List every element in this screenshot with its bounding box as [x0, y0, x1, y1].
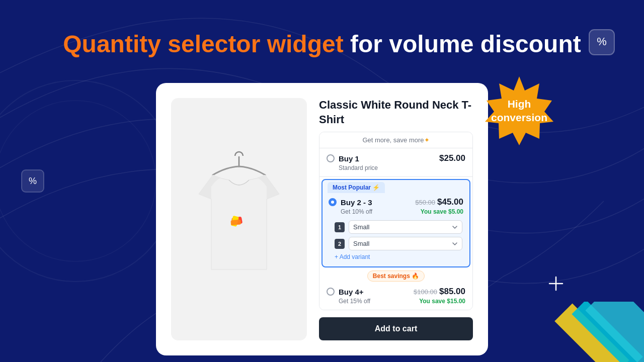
- buy4-label: Buy 4+: [339, 288, 364, 296]
- buy4-price: $100.00$85.00: [414, 287, 465, 297]
- sparkle-icon: ✦: [424, 136, 430, 144]
- best-savings-badge: Best savings 🔥: [367, 270, 425, 282]
- buy4-sub-label: Get 15% off: [339, 298, 370, 305]
- main-product-card: Classic White Round Neck T-Shirt Get mor…: [156, 83, 488, 355]
- svg-text:%: %: [597, 35, 607, 48]
- discount-widget: Get more, save more✦ Buy 1 $25.00 Standa…: [319, 132, 473, 310]
- add-to-cart-button[interactable]: Add to cart: [319, 317, 473, 340]
- buy1-label: Buy 1: [339, 154, 359, 163]
- buy4-original-price: $100.00: [414, 288, 437, 296]
- buy1-sub-label: Standard price: [339, 164, 378, 171]
- buy2-3-option[interactable]: Buy 2 - 3 $50.00$45.00 Get 10% off You s…: [323, 193, 469, 217]
- variant-select-1[interactable]: Small Medium Large: [349, 220, 462, 234]
- product-image: [184, 149, 294, 290]
- high-conversion-badge: High conversion: [483, 74, 556, 149]
- product-image-container: [171, 98, 307, 340]
- variant-row-2: 2 Small Medium Large: [335, 237, 462, 250]
- widget-header: Get more, save more✦: [319, 132, 472, 148]
- buy1-radio[interactable]: [327, 154, 335, 162]
- variants-container: 1 Small Medium Large 2 Small Medium Larg…: [323, 217, 469, 266]
- buy2-3-sub-label: Get 10% off: [341, 208, 372, 215]
- svg-rect-12: [230, 220, 241, 226]
- buy2-3-radio[interactable]: [329, 198, 337, 206]
- bottom-bars-decoration: [543, 302, 644, 362]
- left-side-icon: %: [20, 168, 45, 194]
- buy4-radio[interactable]: [327, 288, 335, 296]
- buy1-option[interactable]: Buy 1 $25.00 Standard price: [319, 148, 472, 177]
- product-details: Classic White Round Neck T-Shirt Get mor…: [319, 98, 473, 340]
- buy2-3-price: $50.00$45.00: [415, 197, 463, 207]
- title-white: for volume discount: [350, 31, 581, 57]
- variant-select-2[interactable]: Small Medium Large: [349, 237, 462, 250]
- variant-num-1: 1: [335, 222, 345, 232]
- buy4-savings: You save $15.00: [419, 298, 465, 305]
- variant-num-2: 2: [335, 239, 345, 249]
- top-right-icon: %: [587, 28, 616, 57]
- widget-header-text: Get more, save more: [362, 136, 424, 144]
- svg-marker-6: [485, 76, 553, 145]
- svg-text:%: %: [29, 176, 37, 186]
- product-title: Classic White Round Neck T-Shirt: [319, 98, 473, 127]
- most-popular-badge: Most Popular ⚡: [328, 182, 385, 193]
- buy4-option[interactable]: Buy 4+ $100.00$85.00 Get 15% off You sav…: [319, 282, 472, 310]
- add-variant-link[interactable]: + Add variant: [335, 253, 462, 262]
- buy1-price: $25.00: [439, 153, 465, 163]
- buy2-3-label: Buy 2 - 3: [341, 198, 372, 207]
- buy2-3-original-price: $50.00: [415, 199, 435, 206]
- page-header: Quantity selector widget for volume disc…: [0, 30, 644, 58]
- title-orange: Quantity selector widget: [63, 31, 343, 57]
- svg-text:High: High: [508, 98, 531, 110]
- best-savings-section: Best savings 🔥: [319, 268, 472, 282]
- buy2-3-savings: You save $5.00: [421, 208, 463, 215]
- cursor-plus-icon: [548, 276, 564, 294]
- svg-text:conversion: conversion: [491, 112, 547, 123]
- variant-row-1: 1 Small Medium Large: [335, 220, 462, 234]
